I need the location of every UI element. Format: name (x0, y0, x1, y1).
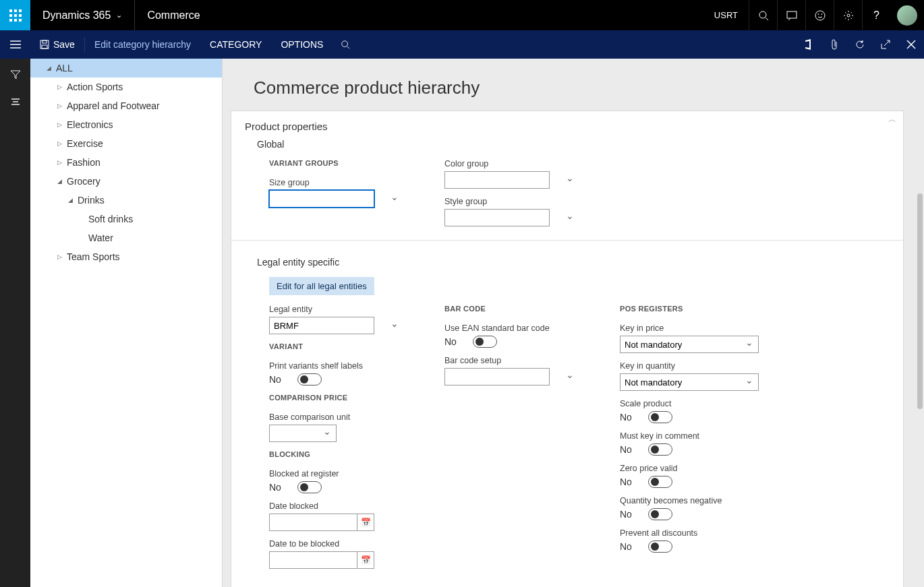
sub-global: Global (257, 139, 890, 150)
tree-label: Grocery (64, 176, 100, 187)
tree-label: ALL (53, 63, 73, 73)
svg-point-22 (342, 41, 348, 47)
prevent-discounts-toggle[interactable] (648, 540, 672, 553)
popout-icon[interactable] (873, 30, 898, 59)
toggle-value: No (620, 412, 640, 423)
tree-root-all[interactable]: ◢ ALL (30, 59, 222, 78)
label-print-variants: Print variants shelf labels (269, 361, 404, 371)
label-use-ean: Use EAN standard bar code (444, 323, 579, 333)
svg-line-10 (766, 18, 768, 20)
svg-rect-4 (14, 14, 17, 17)
scrollbar[interactable] (917, 59, 923, 587)
base-comparison-unit-select[interactable] (269, 425, 337, 442)
must-key-comment-toggle[interactable] (648, 443, 672, 456)
filter-icon[interactable] (10, 69, 21, 80)
save-button[interactable]: Save (30, 30, 84, 59)
svg-rect-21 (42, 45, 47, 49)
calendar-icon[interactable]: 📅 (357, 514, 374, 531)
search-icon[interactable] (749, 0, 777, 30)
caret-down-icon: ◢ (65, 197, 75, 204)
svg-rect-0 (9, 9, 12, 12)
svg-rect-5 (19, 14, 22, 17)
toggle-value: No (620, 476, 640, 487)
caret-right-icon: ▷ (55, 102, 64, 109)
tree-label: Action Sports (64, 82, 123, 92)
print-variants-toggle[interactable] (297, 373, 322, 385)
list-icon[interactable] (10, 98, 21, 106)
gear-icon[interactable] (834, 0, 862, 30)
svg-point-13 (818, 13, 819, 14)
caret-down-icon: ◢ (44, 65, 53, 71)
scale-product-toggle[interactable] (648, 411, 672, 423)
tree-item[interactable]: ▷Action Sports (30, 78, 222, 96)
section-product-properties: Product properties (245, 121, 890, 132)
group-barcode: BAR CODE (444, 305, 579, 313)
key-in-price-select[interactable]: Not mandatory (620, 336, 759, 353)
toggle-value: No (269, 374, 289, 385)
tree-label: Soft drinks (86, 214, 133, 224)
tree-label: Water (86, 233, 113, 243)
color-group-select[interactable] (444, 171, 550, 189)
save-icon (40, 40, 49, 49)
tab-category[interactable]: CATEGORY (200, 30, 271, 59)
svg-point-12 (815, 11, 825, 20)
barcode-setup-select[interactable] (444, 368, 550, 385)
tree-item[interactable]: ▷Electronics (30, 115, 222, 134)
svg-rect-11 (787, 11, 797, 18)
calendar-icon[interactable]: 📅 (357, 551, 374, 569)
svg-point-14 (821, 13, 822, 14)
tree-item[interactable]: ▷Exercise (30, 134, 222, 153)
key-in-quantity-select[interactable]: Not mandatory (620, 373, 759, 391)
label-barcode-setup: Bar code setup (444, 356, 579, 365)
style-group-select[interactable] (444, 209, 550, 226)
size-group-select[interactable] (269, 190, 374, 208)
hamburger-button[interactable] (0, 30, 30, 59)
blocked-register-toggle[interactable] (297, 481, 322, 493)
tree-item[interactable]: Water (30, 228, 222, 247)
group-blocking: BLOCKING (269, 450, 404, 458)
svg-rect-6 (9, 19, 12, 22)
brand-dropdown[interactable]: Dynamics 365 ⌄ (30, 9, 134, 22)
svg-rect-8 (19, 19, 22, 22)
close-icon[interactable] (898, 30, 924, 59)
tree-item-drinks[interactable]: ◢ Drinks (30, 191, 222, 210)
zero-price-toggle[interactable] (648, 476, 672, 488)
legal-entity-select[interactable]: BRMF (269, 317, 374, 334)
tree-item[interactable]: ▷Apparel and Footwear (30, 96, 222, 115)
refresh-icon[interactable] (847, 30, 873, 59)
sub-legal-entity: Legal entity specific (257, 257, 890, 268)
edit-hierarchy-link[interactable]: Edit category hierarchy (85, 30, 200, 59)
tree-item[interactable]: ▷Team Sports (30, 247, 222, 266)
avatar[interactable] (897, 5, 917, 26)
qty-negative-toggle[interactable] (648, 508, 672, 520)
edit-all-entities-button[interactable]: Edit for all legal entities (269, 277, 374, 295)
label-prevent-discounts: Prevent all discounts (620, 528, 759, 538)
cmd-search-icon[interactable] (333, 30, 358, 59)
save-label: Save (53, 39, 75, 50)
messages-icon[interactable] (777, 0, 805, 30)
category-tree: ◢ ALL ▷Action Sports▷Apparel and Footwea… (30, 59, 223, 587)
caret-right-icon: ▷ (55, 140, 64, 147)
label-must-key-comment: Must key in comment (620, 431, 759, 441)
tree-item[interactable]: ▷Fashion (30, 153, 222, 172)
label-style-group: Style group (444, 197, 579, 206)
caret-right-icon: ▷ (55, 159, 64, 166)
company-code[interactable]: USRT (703, 10, 749, 20)
toggle-value: No (620, 444, 640, 455)
svg-rect-20 (42, 40, 47, 43)
caret-down-icon: ◢ (55, 178, 64, 185)
attach-icon[interactable] (821, 30, 847, 59)
main-content: Commerce product hierarchy ︿ Product pro… (223, 59, 924, 587)
collapse-icon[interactable]: ︿ (888, 114, 896, 125)
office-icon[interactable] (796, 30, 821, 59)
tree-item[interactable]: Soft drinks (30, 210, 222, 228)
svg-rect-3 (9, 14, 12, 17)
app-launcher-button[interactable] (0, 0, 30, 30)
caret-right-icon: ▷ (55, 121, 64, 128)
tree-item-grocery[interactable]: ◢ Grocery (30, 172, 222, 191)
help-icon[interactable]: ? (862, 0, 890, 30)
smiley-icon[interactable] (805, 0, 834, 30)
tab-options[interactable]: OPTIONS (271, 30, 333, 59)
use-ean-toggle[interactable] (473, 336, 497, 348)
label-date-to-be-blocked: Date to be blocked (269, 539, 404, 549)
